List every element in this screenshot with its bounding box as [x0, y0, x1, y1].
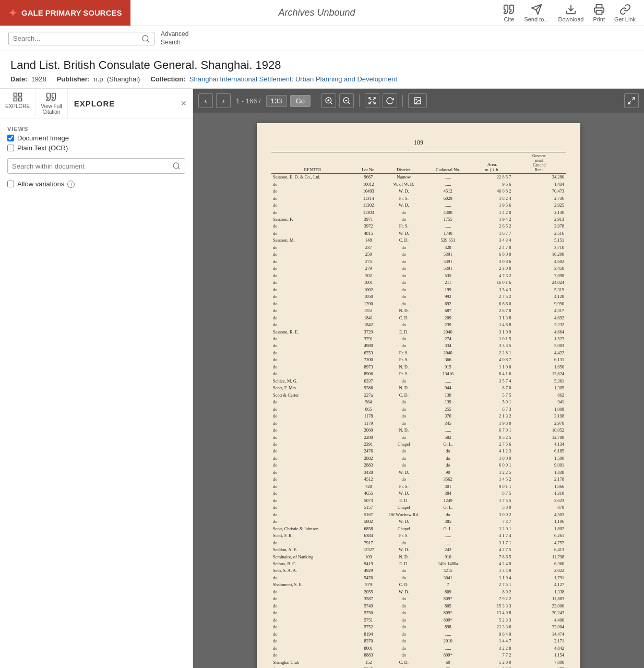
table-cell: 910 [424, 554, 471, 560]
plain-text-checkbox-row[interactable]: Plain Text (OCR) [7, 144, 185, 152]
download-button[interactable]: Download [558, 4, 583, 22]
search-input[interactable] [13, 34, 141, 42]
table-cell: 2280 [354, 434, 383, 441]
table-row: do6753Fr. S.20402 2 8 14,422 [271, 350, 566, 356]
table-cell: 8194 [354, 631, 383, 638]
document-image-checkbox-row[interactable]: Document Image [7, 134, 185, 142]
cite-button[interactable]: Cite [503, 4, 515, 22]
table-cell: do [271, 293, 354, 300]
table-cell: 5802 [354, 518, 383, 525]
table-cell: 3 1 0 9 [471, 329, 512, 336]
table-cell: 4512 [424, 188, 471, 195]
search-within-input[interactable] [12, 162, 172, 170]
toolbar-divider-2 [359, 94, 360, 107]
table-cell: 11,883 [512, 595, 566, 602]
table-cell: W. of W. D. [383, 181, 424, 188]
allow-variations-row[interactable]: Allow variations i [7, 180, 185, 188]
doc-table: RENTER Lot No. District. Cadastral No. A… [271, 152, 566, 668]
table-cell: 139 [424, 399, 471, 405]
table-cell: 4,842 [512, 645, 566, 652]
allow-variations-info-icon[interactable]: i [67, 181, 75, 188]
table-cell: C. D. [383, 315, 424, 321]
table-row: do1178do3702 1 3 23,198 [271, 413, 566, 420]
table-cell: 1740 [424, 230, 471, 237]
table-cell: do [271, 202, 354, 209]
table-row: do1050do9922 7 5 24,128 [271, 293, 566, 300]
table-row: do1390do6926 6 6 09,990 [271, 301, 566, 307]
explore-nav-item[interactable]: EXPLORE [0, 89, 35, 118]
zoom-in-button[interactable] [321, 93, 336, 108]
table-cell: 4655 [354, 490, 383, 497]
collection-link[interactable]: Shanghai International Settlement: Urban… [189, 75, 397, 83]
svg-line-21 [369, 102, 372, 104]
table-cell: do [383, 378, 424, 385]
fullscreen-button[interactable] [624, 93, 639, 108]
document-image-checkbox[interactable] [7, 135, 14, 141]
table-cell: do [271, 251, 354, 258]
table-cell: 2 8 7 8 [471, 307, 512, 314]
table-row: do728Fr. S.3019 0 1 11,366 [271, 483, 566, 490]
table-cell: 8973 [354, 364, 383, 371]
page-input[interactable] [266, 95, 287, 107]
table-row: do3438W. D.901 2 2 51,838 [271, 469, 566, 476]
table-cell: 2882 [354, 455, 383, 462]
go-button[interactable]: Go [290, 95, 311, 107]
svg-line-22 [373, 102, 375, 104]
svg-rect-9 [18, 98, 21, 101]
sidebar-body: VIEWS Document Image Plain Text (OCR) [0, 118, 193, 195]
doc-image-container[interactable]: 109 RENTER Lot No. District. Cadastral N… [193, 113, 644, 668]
table-cell: do [383, 321, 424, 328]
get-link-label: Get Link [614, 16, 636, 22]
table-cell: 4,602 [512, 258, 566, 265]
plain-text-checkbox[interactable] [7, 145, 14, 151]
main-search-box[interactable] [8, 32, 154, 45]
send-to-button[interactable]: Send to... [524, 4, 548, 22]
table-cell: 2040 [424, 350, 471, 356]
col-header-lot: Lot No. [354, 152, 383, 174]
fit-width-button[interactable] [365, 93, 379, 108]
cite-label: Cite [504, 16, 515, 22]
table-cell: 10,052 [512, 427, 566, 434]
table-cell: 992 [424, 293, 471, 300]
table-cell: 1 2 0 1 [471, 526, 512, 532]
table-row: do8194do......9 6 4 914,474 [271, 631, 566, 638]
table-cell: do [271, 434, 354, 441]
table-cell: 5,315 [512, 287, 566, 293]
zoom-out-button[interactable] [339, 93, 354, 108]
print-button[interactable]: Print [593, 4, 605, 22]
rotate-button[interactable] [383, 93, 397, 108]
view-full-citation-nav-item[interactable]: View Full Citation [35, 89, 67, 118]
top-header: ✦ GALE PRIMARY SOURCES Archives Unbound … [0, 0, 644, 26]
svg-line-20 [373, 98, 375, 100]
search-within-box[interactable] [7, 158, 185, 174]
table-cell: do [383, 476, 424, 483]
table-cell: do [271, 258, 354, 265]
table-cell: do [271, 504, 354, 511]
table-cell: 14,474 [512, 631, 566, 638]
allow-variations-checkbox[interactable] [7, 181, 14, 187]
col-header-area: Area.m. f. l. b. [471, 152, 512, 174]
table-cell: 6,131 [512, 356, 566, 363]
table-cell: 148 [354, 237, 383, 244]
table-cell: 9667 [354, 174, 383, 181]
get-link-button[interactable]: Get Link [614, 4, 636, 22]
table-cell: do [383, 666, 424, 668]
table-cell: 5 7 5 [471, 392, 512, 399]
next-page-button[interactable]: › [216, 93, 231, 108]
prev-page-button[interactable]: ‹ [198, 93, 213, 108]
table-row: do5157ChapelO. L.5 8 0870 [271, 504, 566, 511]
table-cell: 7 8 6 5 [471, 554, 512, 560]
table-cell: 1,650 [512, 364, 566, 371]
svg-point-10 [173, 163, 179, 169]
table-cell: 4,692 [512, 315, 566, 321]
image-toggle-button[interactable] [408, 93, 427, 108]
table-cell: 1,802 [512, 526, 566, 532]
table-cell: do [383, 448, 424, 455]
table-cell: 11303 [354, 209, 383, 216]
table-cell: do [271, 188, 354, 195]
search-within-icon [172, 162, 181, 170]
advanced-search-link[interactable]: Advanced Search [161, 30, 188, 46]
table-cell: 4 1 7 4 [471, 532, 512, 539]
sidebar-close-button[interactable]: × [181, 99, 186, 108]
brand-logo[interactable]: ✦ GALE PRIMARY SOURCES [0, 0, 130, 26]
